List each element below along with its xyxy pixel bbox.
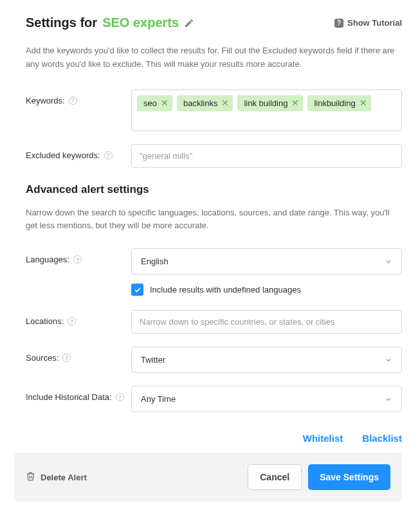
chevron-down-icon <box>385 258 392 266</box>
trash-icon <box>26 471 35 483</box>
help-icon[interactable]: ? <box>62 354 71 362</box>
help-icon[interactable]: ? <box>116 393 124 401</box>
help-icon[interactable]: ? <box>104 151 113 159</box>
sources-value: Twitter <box>141 355 165 365</box>
edit-icon[interactable] <box>184 18 194 28</box>
help-icon[interactable]: ? <box>73 255 82 264</box>
locations-input[interactable] <box>131 310 402 334</box>
languages-select[interactable]: English <box>131 248 402 275</box>
keyword-tag-label: link building <box>244 98 288 108</box>
historical-select[interactable]: Any Time <box>131 386 402 412</box>
save-settings-button[interactable]: Save Settings <box>308 464 390 490</box>
footer-bar: Delete Alert Cancel Save Settings <box>14 453 402 502</box>
delete-alert-button[interactable]: Delete Alert <box>26 471 87 483</box>
whitelist-link[interactable]: Whitelist <box>303 433 343 444</box>
undefined-languages-label: Include results with undefined languages <box>150 285 301 295</box>
keyword-tag-label: linkbuilding <box>314 98 355 108</box>
advanced-desc: Narrow down the search to specific langu… <box>26 206 402 233</box>
help-icon[interactable]: ? <box>68 317 76 325</box>
keyword-tag-label: seo <box>143 98 157 108</box>
chevron-down-icon <box>385 395 392 403</box>
keyword-tag-label: backlinks <box>183 98 217 108</box>
sources-select[interactable]: Twitter <box>131 347 402 373</box>
tutorial-label: Show Tutorial <box>347 18 402 28</box>
keyword-tag: linkbuilding✕ <box>307 95 370 111</box>
languages-label: Languages: ? <box>26 248 131 264</box>
remove-tag-icon[interactable]: ✕ <box>291 98 299 107</box>
remove-tag-icon[interactable]: ✕ <box>221 98 229 107</box>
keyword-tag: backlinks✕ <box>177 95 233 111</box>
keyword-tag: seo✕ <box>137 95 172 111</box>
delete-label: Delete Alert <box>41 473 87 482</box>
languages-value: English <box>141 257 169 266</box>
locations-label: Locations: ? <box>26 310 131 326</box>
blacklist-link[interactable]: Blacklist <box>362 433 402 444</box>
advanced-title: Advanced alert settings <box>26 183 402 196</box>
remove-tag-icon[interactable]: ✕ <box>360 98 367 107</box>
show-tutorial-button[interactable]: ? Show Tutorial <box>334 18 402 28</box>
cancel-button[interactable]: Cancel <box>248 464 302 490</box>
keyword-tag: link building✕ <box>237 95 303 111</box>
help-square-icon: ? <box>334 19 343 28</box>
keywords-input[interactable]: seo✕backlinks✕link building✕linkbuilding… <box>131 89 402 131</box>
page-title: Settings for SEO experts <box>26 15 194 30</box>
remove-tag-icon[interactable]: ✕ <box>161 98 169 107</box>
excluded-input[interactable] <box>131 144 402 168</box>
chevron-down-icon <box>385 356 392 364</box>
title-name: SEO experts <box>102 15 179 30</box>
title-prefix: Settings for <box>26 15 97 30</box>
intro-text: Add the keywords you'd like to collect t… <box>26 44 402 71</box>
historical-label: Include Historical Data: ? <box>26 386 131 402</box>
excluded-label: Excluded keywords: ? <box>26 144 131 160</box>
historical-value: Any Time <box>141 394 176 404</box>
undefined-languages-checkbox[interactable] <box>131 284 143 296</box>
keywords-label: Keywords: ? <box>26 89 131 105</box>
sources-label: Sources: ? <box>26 347 131 363</box>
help-icon[interactable]: ? <box>69 96 77 105</box>
